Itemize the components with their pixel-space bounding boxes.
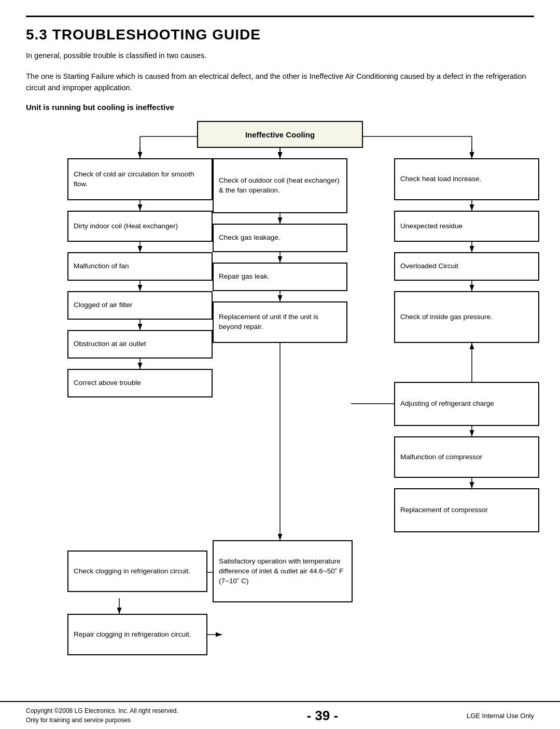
top-border [26, 16, 534, 17]
footer-left: Copyright ©2008 LG Electronics. Inc. All… [26, 706, 178, 725]
node-right-5: Adjusting of refrigerant charge [394, 382, 539, 426]
page: 5.3 TROUBLESHOOTING GUIDE In general, po… [0, 0, 560, 729]
node-mid-5: Satisfactory operation with temperature … [213, 540, 353, 602]
footer-copyright: Copyright ©2008 LG Electronics. Inc. All… [26, 706, 178, 716]
node-left-1: Check of cold air circulation for smooth… [67, 158, 213, 200]
intro-text-2: The one is Starting Failure which is cau… [26, 71, 534, 94]
page-title: 5.3 TROUBLESHOOTING GUIDE [26, 26, 534, 43]
footer: Copyright ©2008 LG Electronics. Inc. All… [0, 701, 560, 729]
node-left-6: Correct above trouble [67, 369, 213, 397]
node-mid-1: Check of outdoor coil (heat exchanger) &… [213, 158, 347, 213]
node-ineffective-cooling: Ineffective Cooling [197, 121, 363, 148]
intro-text-1: In general, possible trouble is classifi… [26, 50, 534, 62]
node-right-2: Unexpected residue [394, 211, 539, 242]
section-subtitle: Unit is running but cooling is ineffecti… [26, 103, 534, 112]
node-bottom-left-2: Repair clogging in refrigeration circuit… [67, 614, 207, 655]
footer-training: Only for training and service purposes [26, 716, 178, 725]
node-mid-4: Replacement of unit if the unit is beyon… [213, 301, 347, 343]
node-left-4: Clogged of air filter [67, 291, 213, 320]
node-mid-2: Check gas leakage. [213, 224, 347, 252]
node-mid-3: Repair gas leak. [213, 263, 347, 291]
flowchart: Ineffective Cooling Check of cold air ci… [26, 121, 534, 666]
node-right-4: Check of inside gas pressure. [394, 291, 539, 343]
footer-page-number: - 39 - [306, 708, 338, 724]
node-right-3: Overloaded Circuit [394, 252, 539, 281]
node-right-6: Malfunction of compressor [394, 436, 539, 478]
node-right-1: Check heat load increase. [394, 158, 539, 200]
node-bottom-left-1: Check clogging in refrigeration circuit. [67, 551, 207, 592]
node-left-3: Malfunction of fan [67, 252, 213, 281]
footer-right: LGE Internal Use Only [467, 712, 534, 720]
node-right-7: Replacement of compressor [394, 488, 539, 532]
node-left-5: Obstruction at air outlet [67, 330, 213, 359]
node-left-2: Dirty indoor coil (Heat exchanger) [67, 211, 213, 242]
